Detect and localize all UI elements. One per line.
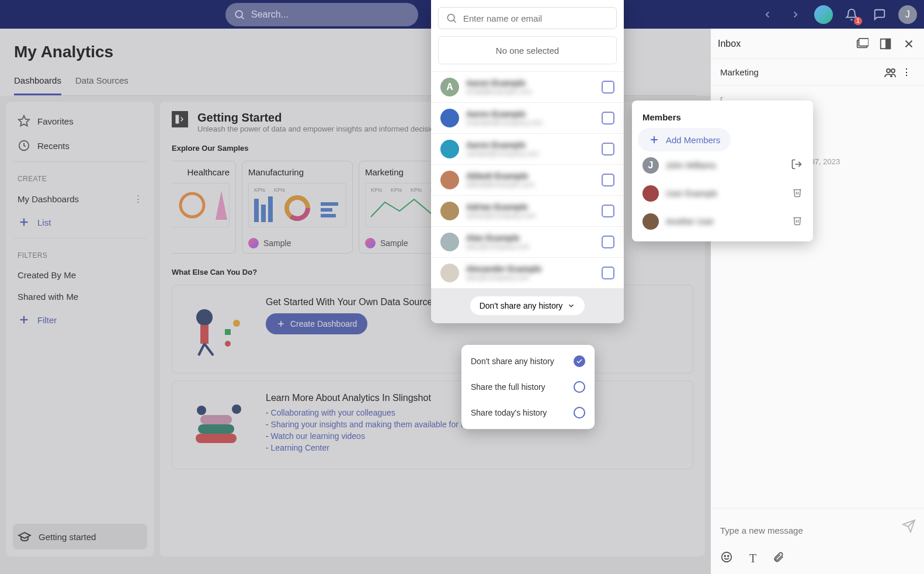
person-name: Aaron Example [466, 109, 595, 119]
close-icon[interactable] [901, 36, 917, 52]
sample-card-manufacturing[interactable]: Manufacturing KPIsKPIs Sample [242, 161, 353, 254]
chat-button[interactable] [870, 5, 889, 24]
checkbox[interactable] [602, 143, 614, 155]
picker-person-row[interactable]: Alexander Examplealex@company.com [431, 257, 624, 288]
nav-back-button[interactable] [758, 5, 777, 24]
history-option-full[interactable]: Share the full history [461, 374, 595, 400]
checkbox[interactable] [602, 112, 614, 125]
svg-rect-8 [176, 115, 179, 124]
svg-point-56 [728, 555, 729, 556]
sidebar-item-my-dashboards[interactable]: My Dashboards ⋮ [13, 188, 147, 210]
nav-forward-button[interactable] [786, 5, 805, 24]
plus-icon [18, 216, 30, 229]
learn-link[interactable]: Learning Center [271, 443, 329, 452]
trash-icon[interactable] [792, 215, 803, 228]
checkbox[interactable] [602, 236, 614, 248]
card-learn-more: Learn More About Analytics In Slingshot … [172, 381, 693, 469]
checkbox[interactable] [602, 267, 614, 279]
history-option-today[interactable]: Share today's history [461, 400, 595, 426]
sidebar-item-label: Shared with Me [18, 292, 78, 302]
leave-icon[interactable] [791, 158, 803, 172]
trash-icon[interactable] [792, 187, 803, 200]
sidebar-item-label: List [37, 217, 51, 227]
picker-selected-area: No one selected [438, 36, 617, 64]
global-search-input[interactable] [251, 9, 368, 20]
more-icon[interactable]: ⋮ [898, 64, 915, 81]
svg-point-50 [887, 69, 890, 72]
sidebar-item-shared-with-me[interactable]: Shared with Me [13, 286, 147, 307]
svg-text:KPIs: KPIs [371, 187, 383, 193]
add-members-button[interactable]: Add Members [638, 128, 731, 151]
illustration-icon [184, 297, 254, 361]
member-row: User Example [632, 179, 813, 208]
tab-dashboards[interactable]: Dashboards [14, 75, 61, 95]
message-input[interactable] [720, 520, 915, 540]
svg-marker-2 [19, 116, 29, 126]
member-name: John Williams [666, 161, 784, 170]
attach-button[interactable] [773, 551, 784, 565]
picker-list[interactable]: AAaron Exampleemail@example.comAaron Exa… [431, 71, 624, 288]
members-popover: Members Add Members J John Williams User… [632, 101, 813, 241]
learn-link[interactable]: Watch our learning videos [271, 431, 365, 441]
sidebar-item-recents[interactable]: Recents [13, 133, 147, 158]
picker-person-row[interactable]: Aaron Exampleexample@company.com [431, 102, 624, 133]
checkbox[interactable] [602, 205, 614, 217]
more-icon[interactable]: ⋮ [134, 193, 143, 204]
avatar: A [440, 78, 459, 96]
picker-person-row[interactable]: AAaron Exampleemail@example.com [431, 71, 624, 102]
sidebar-item-created-by-me[interactable]: Created By Me [13, 264, 147, 286]
history-option-none[interactable]: Don't share any history [461, 348, 595, 374]
svg-point-0 [235, 11, 242, 18]
learn-link[interactable]: Collaborating with your colleagues [271, 408, 395, 417]
emoji-button[interactable] [720, 551, 733, 566]
sample-card-healthcare[interactable]: Healthcare Sample [172, 161, 236, 254]
sample-title: Manufacturing [248, 167, 346, 177]
picker-person-row[interactable]: Alan Examplealan@company.com [431, 226, 624, 257]
dock-icon[interactable] [877, 36, 894, 52]
svg-rect-40 [198, 424, 234, 434]
picker-person-row[interactable]: Abbott Exampleabbott@example.com [431, 164, 624, 195]
person-picker-modal: No one selected AAaron Exampleemail@exam… [431, 0, 624, 323]
avatar [440, 171, 459, 189]
picker-search[interactable] [438, 7, 617, 29]
avatar: J [642, 157, 659, 174]
rocket-icon [248, 238, 259, 248]
checkbox[interactable] [602, 174, 614, 186]
sidebar-item-label: Created By Me [18, 270, 76, 280]
sidebar-item-favorites[interactable]: Favorites [13, 109, 147, 133]
send-button[interactable] [902, 519, 916, 535]
avatar [642, 185, 659, 202]
picker-search-input[interactable] [463, 13, 609, 23]
sidebar-item-getting-started[interactable]: Getting started [13, 524, 147, 549]
sidebar-add-filter[interactable]: Filter [13, 307, 147, 332]
user-menu-button[interactable]: J [898, 5, 917, 24]
profile-avatar[interactable] [814, 5, 833, 24]
chart-thumb-icon: KPIsKPIs [251, 185, 344, 226]
create-dashboard-button[interactable]: Create Dashboard [266, 313, 367, 334]
svg-point-54 [722, 552, 732, 562]
history-dropdown-label: Don't share any history [480, 301, 563, 310]
star-icon [18, 115, 30, 127]
option-label: Share today's history [471, 408, 547, 417]
svg-point-43 [232, 404, 241, 414]
picker-person-row[interactable]: Adrian Exampleadrian@company.com [431, 195, 624, 226]
history-dropdown-button[interactable]: Don't share any history [470, 296, 585, 315]
sample-title: Healthcare [172, 167, 230, 177]
notifications-button[interactable]: 1 [842, 5, 861, 24]
tab-data-sources[interactable]: Data Sources [75, 75, 128, 95]
members-icon[interactable] [882, 64, 898, 81]
checkbox[interactable] [602, 81, 614, 94]
svg-text:KPIs: KPIs [391, 187, 402, 193]
sidebar-add-list[interactable]: List [13, 210, 147, 234]
radio-selected-icon [574, 355, 585, 367]
svg-point-35 [233, 320, 240, 327]
svg-rect-34 [225, 329, 231, 335]
global-search[interactable] [225, 3, 418, 26]
window-icon[interactable] [854, 36, 870, 52]
svg-point-51 [891, 69, 895, 72]
format-button[interactable]: T [749, 552, 756, 565]
svg-line-32 [199, 344, 204, 355]
rocket-icon [365, 238, 376, 248]
illustration-icon [184, 393, 254, 457]
picker-person-row[interactable]: Aaron Examplesample@company.com [431, 133, 624, 164]
